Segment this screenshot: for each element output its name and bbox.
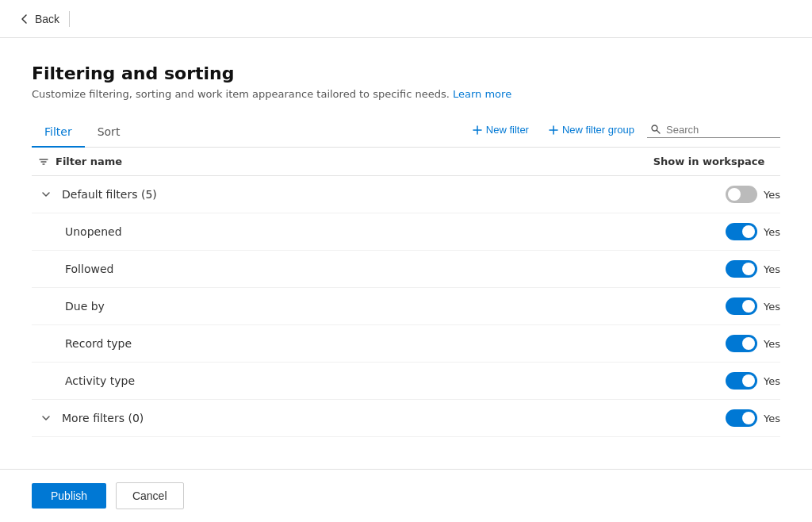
filter-toggle[interactable] — [726, 335, 757, 352]
table-header-row: Filter name Show in workspace — [32, 148, 780, 176]
table-row: Default filters (5) Yes — [32, 176, 780, 213]
filter-name: Unopened — [65, 225, 122, 238]
filter-name: Activity type — [65, 374, 135, 387]
back-label: Back — [35, 13, 59, 25]
row-right: Yes — [726, 335, 780, 352]
toggle-track — [726, 335, 757, 352]
bottom-bar: Publish Cancel — [0, 469, 812, 522]
table-row: Followed Yes — [32, 251, 780, 288]
toggle-thumb — [742, 225, 755, 238]
toggle-thumb — [742, 337, 755, 350]
toggle-label: Yes — [764, 413, 780, 424]
toggle-label: Yes — [764, 226, 780, 238]
new-filter-group-label: New filter group — [562, 124, 634, 136]
back-button[interactable]: Back — [13, 10, 66, 29]
chevron-down-icon[interactable] — [38, 186, 54, 202]
plus-icon — [472, 125, 483, 136]
sort-icon — [38, 156, 49, 167]
filter-name: Followed — [65, 263, 113, 275]
search-wrap — [647, 122, 780, 138]
col-name-header: Filter name — [56, 155, 122, 167]
filter-toggle[interactable] — [726, 372, 757, 390]
row-left: Followed — [38, 263, 113, 275]
subtitle-text: Customize filtering, sorting and work it… — [32, 88, 450, 100]
toggle-label: Yes — [764, 301, 780, 313]
table-row: Due by Yes — [32, 288, 780, 325]
filter-name: Record type — [65, 337, 132, 350]
row-left: Due by — [38, 300, 105, 313]
toggle-label: Yes — [764, 375, 780, 387]
group-toggle[interactable] — [726, 409, 757, 427]
toggle-thumb — [742, 374, 755, 387]
filter-toggle[interactable] — [726, 223, 757, 240]
row-right: Yes — [726, 372, 780, 390]
toggle-thumb — [728, 188, 741, 201]
row-right: Yes — [726, 186, 780, 203]
toggle-track — [726, 186, 757, 203]
toggle-track — [726, 297, 757, 315]
search-icon — [650, 124, 661, 135]
header-left: Filter name — [38, 155, 122, 167]
row-right: Yes — [726, 409, 780, 427]
tabs-right: New filter New filter group — [465, 121, 780, 145]
search-input[interactable] — [666, 124, 777, 136]
learn-more-link[interactable]: Learn more — [453, 88, 511, 100]
row-right: Yes — [726, 223, 780, 240]
nav-divider — [69, 11, 70, 27]
toggle-label: Yes — [764, 338, 780, 350]
toggle-track — [726, 409, 757, 427]
group-toggle[interactable] — [726, 186, 757, 203]
plus-icon — [548, 125, 559, 136]
page-title: Filtering and sorting — [32, 63, 780, 83]
toggle-label: Yes — [764, 263, 780, 275]
toggle-track — [726, 223, 757, 240]
tab-sort[interactable]: Sort — [85, 119, 133, 148]
col-workspace-header: Show in workspace — [638, 155, 780, 167]
toggle-label: Yes — [764, 189, 780, 201]
top-nav: Back — [0, 0, 812, 38]
tabs-left: Filter Sort — [32, 119, 132, 147]
arrow-left-icon — [19, 13, 30, 25]
filter-name: Due by — [65, 300, 105, 313]
new-filter-label: New filter — [486, 124, 529, 136]
svg-point-0 — [652, 125, 657, 131]
toggle-thumb — [742, 412, 755, 424]
toggle-thumb — [742, 300, 755, 313]
cancel-button[interactable]: Cancel — [116, 482, 184, 509]
new-filter-button[interactable]: New filter — [465, 121, 535, 139]
table-row: Record type Yes — [32, 325, 780, 363]
filter-toggle[interactable] — [726, 260, 757, 278]
row-right: Yes — [726, 260, 780, 278]
row-left: Unopened — [38, 225, 122, 238]
page-subtitle: Customize filtering, sorting and work it… — [32, 88, 780, 100]
main-content: Filtering and sorting Customize filterin… — [0, 38, 812, 469]
row-left: Activity type — [38, 374, 135, 387]
tab-filter[interactable]: Filter — [32, 119, 85, 148]
row-left: More filters (0) — [38, 410, 144, 426]
tabs-bar: Filter Sort New filter New filter group — [32, 119, 780, 148]
toggle-thumb — [742, 263, 755, 275]
group-name: Default filters (5) — [62, 188, 157, 201]
row-left: Record type — [38, 337, 132, 350]
table-row: More filters (0) Yes — [32, 400, 780, 437]
table-row: Activity type Yes — [32, 363, 780, 400]
chevron-down-icon[interactable] — [38, 410, 54, 426]
group-name: More filters (0) — [62, 412, 144, 424]
toggle-track — [726, 372, 757, 390]
table-row: Unopened Yes — [32, 213, 780, 251]
filter-toggle[interactable] — [726, 297, 757, 315]
row-right: Yes — [726, 297, 780, 315]
new-filter-group-button[interactable]: New filter group — [542, 121, 641, 139]
row-left: Default filters (5) — [38, 186, 157, 202]
toggle-track — [726, 260, 757, 278]
filter-table: Filter name Show in workspace Default fi… — [32, 148, 780, 469]
publish-button[interactable]: Publish — [32, 483, 106, 509]
